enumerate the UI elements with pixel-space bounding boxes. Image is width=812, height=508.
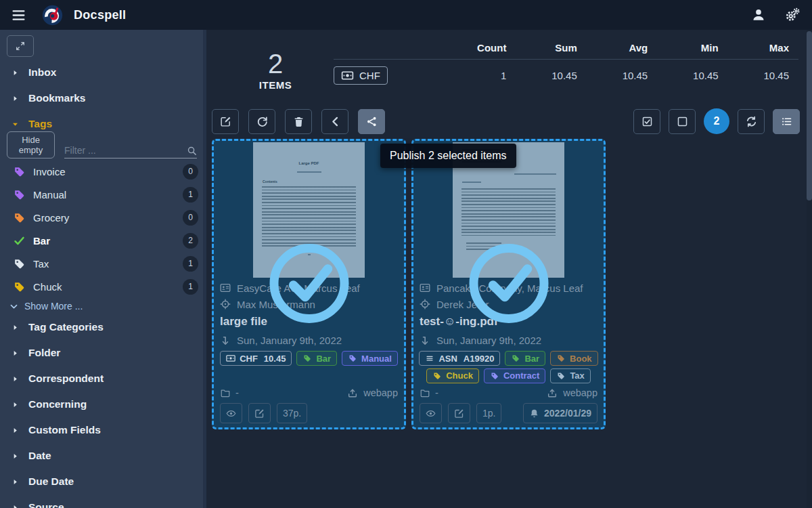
tag-icon: [14, 189, 25, 200]
menu-button[interactable]: [9, 6, 27, 24]
concerning-text: Max Mustermann: [237, 299, 315, 310]
sidebar-item-due-date[interactable]: Due Date: [0, 469, 206, 494]
share-icon: [366, 116, 378, 127]
col-header-avg: Avg: [587, 42, 657, 54]
tag-name: Manual: [33, 189, 66, 200]
item-card-list: Large PDF Contents EasyCare AG, Marcus L…: [206, 134, 812, 429]
sidebar-item-custom-fields[interactable]: Custom Fields: [0, 417, 206, 443]
user-icon[interactable]: [751, 7, 766, 22]
settings-gears-icon[interactable]: [785, 7, 800, 22]
sidebar-item-correspondent[interactable]: Correspondent: [0, 366, 206, 391]
sidebar-item-concerning[interactable]: Concerning: [0, 391, 206, 417]
tag-count-badge: 0: [183, 210, 198, 226]
expand-sidebar-button[interactable]: [7, 35, 34, 57]
col-header-sum: Sum: [516, 42, 586, 54]
app-title: Docspell: [74, 8, 126, 22]
tag-icon: [14, 281, 25, 293]
tag-badge-label: Bar: [524, 354, 539, 364]
tag-badge-label: Bar: [316, 354, 331, 364]
sidebar-item-tag-categories[interactable]: Tag Categories: [0, 314, 206, 340]
tag-badge-label: Chuck: [446, 371, 473, 381]
money-bill-icon: [226, 354, 235, 362]
tag-icon: [14, 166, 25, 177]
show-more-tags[interactable]: Show More ...: [0, 298, 206, 314]
concerning-line: Derek Jeter: [420, 296, 597, 312]
sidebar-item-bookmarks[interactable]: Bookmarks: [0, 85, 206, 111]
item-date: Sun, January 9th, 2022: [237, 335, 342, 346]
main-content: 2 ITEMS Count Sum Avg Min Max CHF 1: [206, 30, 812, 508]
preview-item-button[interactable]: [420, 403, 442, 423]
folder-icon: [220, 388, 231, 398]
edit-selected-button[interactable]: [212, 109, 239, 134]
arrow-down-icon: [420, 335, 430, 346]
tag-count-badge: 1: [183, 279, 198, 295]
caret-right-icon: [12, 478, 19, 486]
stat-max-value: 10.45: [728, 70, 798, 81]
hide-empty-button[interactable]: Hide empty: [7, 131, 55, 158]
asn-label: ASN: [438, 354, 457, 364]
select-all-button[interactable]: [633, 109, 660, 134]
document-thumbnail: Large PDF Contents: [253, 142, 365, 278]
tag-badge-chuck: Chuck: [426, 368, 479, 383]
eye-icon: [226, 408, 236, 419]
delete-selected-button[interactable]: [285, 109, 312, 134]
sidebar-tag-chuck[interactable]: Chuck 1: [0, 275, 206, 298]
preview-toc-label: Contents: [263, 179, 365, 184]
asn-badge: ASNA19920: [419, 351, 500, 366]
correspondent-line: Pancake Company, Marcus Leaf: [420, 280, 597, 296]
page-scrollbar[interactable]: [807, 30, 812, 508]
deselect-all-button[interactable]: [669, 109, 696, 134]
tag-filter-input[interactable]: [64, 145, 187, 156]
item-card-large-file[interactable]: Large PDF Contents EasyCare AG, Marcus L…: [212, 139, 406, 429]
col-header-min: Min: [657, 42, 727, 54]
publish-selected-button[interactable]: [358, 109, 385, 134]
section-label: Inbox: [28, 66, 56, 79]
sidebar-tag-tax[interactable]: Tax 1: [0, 252, 206, 275]
section-label: Due Date: [28, 475, 74, 488]
tag-icon: [490, 372, 499, 380]
page-count-badge: 37p.: [277, 403, 307, 423]
sidebar-scrollbar[interactable]: [203, 30, 206, 508]
merge-button[interactable]: [321, 109, 348, 134]
sidebar-tag-grocery[interactable]: Grocery 0: [0, 206, 206, 229]
tag-icon: [14, 212, 25, 224]
stat-avg-value: 10.45: [587, 70, 657, 81]
section-label: Folder: [28, 347, 60, 359]
edit-item-button[interactable]: [448, 403, 470, 423]
sidebar-tag-bar[interactable]: Bar 2: [0, 229, 206, 252]
edit-item-button[interactable]: [248, 403, 271, 423]
sidebar: Inbox Bookmarks Tags Hide empty Invoice …: [0, 30, 206, 508]
sidebar-tag-manual[interactable]: Manual 1: [0, 183, 206, 206]
redo-arrow-icon: [256, 116, 268, 127]
badge-row-2: Chuck Contract Tax: [420, 367, 597, 384]
currency-chip: CHF: [334, 66, 388, 85]
publish-tooltip: Publish 2 selected items: [380, 144, 516, 168]
sidebar-item-date[interactable]: Date: [0, 443, 206, 469]
caret-right-icon: [12, 69, 19, 77]
sidebar-item-source[interactable]: Source: [0, 494, 206, 508]
money-bill-icon: [341, 70, 354, 81]
sidebar-item-folder[interactable]: Folder: [0, 340, 206, 366]
stats-table: Count Sum Avg Min Max CHF 1 10.45 10.45 …: [334, 37, 798, 106]
tag-icon: [556, 354, 566, 362]
tag-filter-row: Hide empty: [7, 138, 197, 158]
tag-icon: [302, 354, 312, 362]
chevron-left-icon: [330, 116, 341, 127]
refresh-button[interactable]: [738, 109, 765, 134]
currency-label: CHF: [240, 354, 258, 364]
selected-count-badge: 2: [704, 108, 729, 134]
section-label: Source: [28, 501, 64, 508]
topbar: Docspell: [0, 0, 812, 30]
item-card-test-ing-pdf[interactable]: Pancake Company, Marcus Leaf Derek Jeter…: [411, 139, 606, 429]
sidebar-tag-invoice[interactable]: Invoice 0: [0, 160, 206, 183]
item-preview[interactable]: Large PDF Contents: [214, 141, 404, 280]
sidebar-item-inbox[interactable]: Inbox: [0, 60, 206, 85]
view-menu-button[interactable]: [773, 109, 800, 134]
reprocess-button[interactable]: [248, 109, 275, 134]
caret-right-icon: [12, 324, 19, 331]
preview-item-button[interactable]: [220, 403, 242, 423]
card-footer-meta: - webapp: [420, 384, 597, 402]
section-label: Date: [28, 450, 51, 462]
page-scrollbar-thumb[interactable]: [807, 31, 812, 200]
item-date: Sun, January 9th, 2022: [436, 335, 541, 346]
